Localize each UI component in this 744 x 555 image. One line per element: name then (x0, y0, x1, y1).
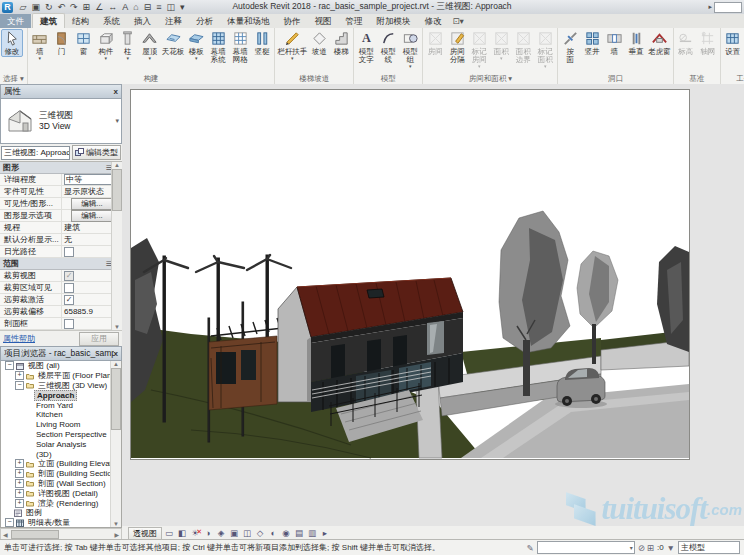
ribbon-button-老虎窗[interactable]: 老虎窗 (647, 29, 672, 56)
ribbon-button-构件[interactable]: 构件▾ (95, 29, 117, 60)
sync-icon[interactable]: ↻ (42, 1, 55, 14)
ribbon-panel-label[interactable]: 工作 (721, 73, 744, 84)
show-crop-region-icon[interactable]: ◫ (241, 528, 253, 539)
apply-button[interactable]: 应用 (79, 332, 119, 346)
save-icon[interactable]: ▣ (29, 1, 43, 14)
tab-文件[interactable]: 文件 (0, 14, 31, 28)
tab-修改[interactable]: 修改 (418, 14, 449, 28)
ribbon-button-标记房间[interactable]: 标记 房间▾ (468, 29, 490, 68)
qat-customize-icon[interactable]: ▾ (177, 1, 187, 14)
reveal-hidden-elements-icon[interactable]: ◉ (280, 528, 292, 539)
tree-item[interactable]: Solar Analysis (1, 439, 121, 449)
tree-expander-icon[interactable]: + (15, 469, 24, 478)
crop-size-icon[interactable]: ▭ (163, 528, 175, 539)
filter-icon[interactable]: ▼ (666, 543, 676, 553)
sun-path-icon[interactable]: ☀✕ (189, 528, 201, 539)
ribbon-button-屋顶[interactable]: 屋顶▾ (139, 29, 161, 60)
ribbon-button-面积边界[interactable]: 面积 边界 (512, 29, 534, 64)
temporary-hide-isolate-icon[interactable]: ◐ (267, 528, 279, 539)
ribbon-panel-label[interactable]: 构建 (28, 73, 275, 84)
ribbon-button-标记面积[interactable]: 标记 面积▾ (534, 29, 556, 68)
3d-viewport-canvas[interactable] (130, 89, 690, 460)
unlocked-view-icon[interactable]: ◇ (254, 528, 266, 539)
temporary-view-properties-icon[interactable]: ▤ (293, 528, 305, 539)
print-icon[interactable]: ⊞ (80, 1, 93, 14)
undo-icon[interactable]: ↶ (55, 1, 68, 14)
tree-item[interactable]: Section Perspective (1, 430, 121, 440)
tab-注释[interactable]: 注释 (158, 14, 189, 28)
ribbon-button-坡道[interactable]: 坡道 (308, 29, 330, 56)
instance-selector[interactable]: 三维视图: Approach▾ (1, 146, 70, 160)
tree-expander-icon[interactable]: + (15, 479, 24, 488)
ribbon-panel-label[interactable]: 洞口 (558, 73, 673, 84)
worksets-dropdown[interactable]: ▾ (537, 541, 635, 554)
default-3d-view-icon[interactable]: ⌂ (131, 1, 141, 14)
property-checkbox[interactable] (64, 283, 74, 293)
properties-palette-titlebar[interactable]: 属性 x (0, 84, 122, 99)
ribbon-button-楼板[interactable]: 楼板▾ (185, 29, 207, 60)
properties-help-link[interactable]: 属性帮助 (3, 333, 35, 344)
ribbon-button-房间[interactable]: 房间 (424, 29, 446, 56)
ribbon-button-模型文字[interactable]: A模型 文字 (355, 29, 377, 64)
tree-expander-icon[interactable]: − (15, 381, 24, 390)
ribbon-button-幕墙系统[interactable]: 幕墙 系统 (207, 29, 229, 64)
editable-only-icon[interactable]: ⊘ (637, 543, 646, 553)
ribbon-button-面积[interactable]: 面积▾ (490, 29, 512, 60)
worksets-icon[interactable]: ✎ (526, 543, 535, 553)
selection-count-icon[interactable]: ⊞ (646, 543, 655, 553)
infocenter-collapse-icon[interactable]: ▸ (708, 3, 712, 11)
text-icon[interactable]: A (120, 1, 131, 14)
redo-icon[interactable]: ↷ (68, 1, 81, 14)
tree-item[interactable]: From Yard (1, 400, 121, 410)
ribbon-button-设置[interactable]: 设置 (722, 29, 744, 56)
thin-lines-icon[interactable]: ≡ (154, 1, 164, 14)
crop-view-icon[interactable]: ▣ (228, 528, 240, 539)
vertical-scrollbar[interactable]: ▲▼ (111, 162, 122, 330)
ribbon-button-天花板[interactable]: 天花板 (161, 29, 186, 56)
tree-expander-icon[interactable]: + (15, 459, 24, 468)
chevron-down-icon[interactable]: ▾ (113, 117, 121, 125)
ribbon-button-标高[interactable]: 标高 (675, 29, 697, 56)
tab-协作[interactable]: 协作 (277, 14, 308, 28)
ribbon-button-柱[interactable]: 柱▾ (117, 29, 139, 60)
tab-视图[interactable]: 视图 (308, 14, 339, 28)
tab-分析[interactable]: 分析 (189, 14, 220, 28)
ribbon-button-墙[interactable]: 墙 (603, 29, 625, 56)
infocenter-search-input[interactable] (714, 2, 742, 13)
ribbon-button-门[interactable]: 门 (51, 29, 73, 56)
edit-type-button[interactable]: 编辑类型 (72, 145, 121, 160)
ribbon-panel-label[interactable]: 模型 (354, 73, 422, 84)
tree-expander-icon[interactable]: − (5, 361, 14, 370)
more-icon[interactable]: ▸ (319, 528, 331, 539)
tab-系统[interactable]: 系统 (96, 14, 127, 28)
measure-icon[interactable]: ∠ (93, 1, 106, 14)
ribbon-panel-label[interactable]: 房间和面积 ▾ (423, 73, 557, 84)
property-group-header[interactable]: 图形☰ (0, 162, 122, 174)
tree-item[interactable]: Living Room (1, 420, 121, 430)
tab-⊡▾[interactable]: ⊡▾ (449, 14, 468, 28)
tree-item[interactable]: +渲染 (Rendering) (1, 498, 121, 508)
property-checkbox[interactable]: ✓ (64, 271, 74, 281)
ribbon-button-楼梯[interactable]: 楼梯 (330, 29, 352, 56)
ribbon-panel-label[interactable]: 楼梯坡道 (275, 73, 353, 84)
tab-建筑[interactable]: 建筑 (32, 13, 65, 28)
close-icon[interactable]: x (114, 349, 118, 358)
ribbon-button-墙[interactable]: 墙▾ (29, 29, 51, 60)
revit-logo-icon[interactable]: R (2, 2, 13, 13)
property-checkbox[interactable] (64, 319, 74, 329)
ribbon-button-模型线[interactable]: 模型 线 (377, 29, 399, 64)
property-checkbox[interactable]: ✓ (64, 295, 74, 305)
ribbon-button-修改[interactable]: 修改 (1, 29, 23, 57)
property-group-header[interactable]: 范围☰ (0, 258, 122, 270)
tree-expander-icon[interactable]: + (15, 499, 24, 508)
tab-管理[interactable]: 管理 (339, 14, 370, 28)
tree-item[interactable]: Approach (1, 390, 121, 400)
ribbon-button-垂直[interactable]: 垂直 (625, 29, 647, 56)
open-icon[interactable]: ▱ (17, 1, 29, 14)
vertical-scrollbar[interactable]: ▲▼ (110, 361, 121, 527)
aligned-dimension-icon[interactable]: ↔ (106, 1, 120, 14)
ribbon-button-窗[interactable]: 窗 (73, 29, 95, 56)
tree-expander-icon[interactable]: + (15, 371, 24, 380)
section-icon[interactable]: ⊟ (141, 1, 154, 14)
shadows-icon[interactable]: ◑ (202, 528, 214, 539)
